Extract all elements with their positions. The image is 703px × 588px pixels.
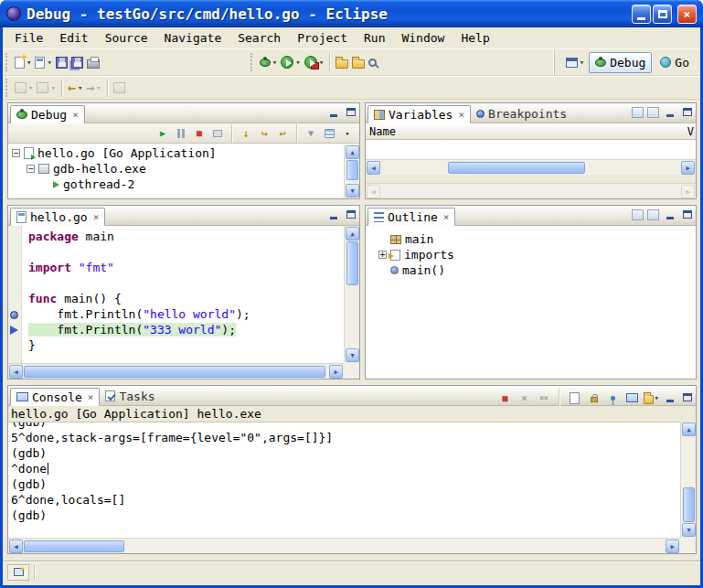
minimize-view-button[interactable]	[663, 208, 676, 221]
dropdown-arrow-icon[interactable]: ▾	[295, 58, 300, 67]
column-name[interactable]: Name	[369, 125, 396, 138]
ruler-line[interactable]	[8, 261, 21, 276]
toolbar-gripper[interactable]	[5, 79, 9, 97]
open-type-button[interactable]	[350, 51, 367, 73]
terminate-button[interactable]: ■	[497, 390, 513, 405]
dropdown-arrow-icon[interactable]: ▾	[580, 58, 584, 67]
scroll-up-icon[interactable]: ▲	[682, 422, 696, 436]
scroll-left-icon[interactable]: ◀	[9, 540, 23, 553]
scroll-lock-button[interactable]	[586, 390, 602, 405]
step-into-button[interactable]: ↓	[238, 126, 254, 141]
pin-console-button[interactable]	[605, 390, 621, 405]
menu-item-source[interactable]: Source	[97, 29, 156, 47]
outline-item[interactable]: main	[378, 231, 696, 247]
menu-item-search[interactable]: Search	[229, 29, 289, 47]
close-icon[interactable]: ×	[86, 391, 94, 403]
instruction-pointer-marker[interactable]	[8, 323, 21, 338]
scroll-right-icon[interactable]: ▶	[681, 161, 695, 175]
outline-item[interactable]: main()	[378, 262, 696, 278]
show-type-names-icon[interactable]	[632, 107, 644, 118]
open-console-button[interactable]: ▾	[644, 390, 659, 405]
debug-tree-item[interactable]: −hello.go [Go Application]	[9, 145, 344, 161]
debug-tree-item[interactable]: gothread-2	[9, 176, 344, 192]
maximize-view-button[interactable]	[344, 208, 357, 221]
dropdown-arrow-icon[interactable]: ▾	[47, 58, 51, 67]
collapse-icon[interactable]: −	[27, 165, 35, 173]
maximize-view-button[interactable]	[680, 208, 694, 221]
new-element-button[interactable]: ▾	[33, 51, 53, 73]
step-return-button[interactable]: ↩	[274, 126, 291, 141]
scrollbar-thumb[interactable]	[24, 366, 325, 378]
menu-item-run[interactable]: Run	[356, 29, 393, 47]
remove-all-launches-button[interactable]: ××	[536, 390, 551, 405]
code-line[interactable]	[28, 245, 344, 261]
maximize-button[interactable]	[653, 5, 672, 24]
variables-content[interactable]	[366, 140, 696, 159]
step-over-button[interactable]: ↪	[256, 126, 272, 141]
debug-launch-button[interactable]: ▾	[258, 51, 279, 73]
display-selected-console-button[interactable]	[624, 390, 640, 405]
forward-button[interactable]: →▾	[84, 77, 102, 99]
debug-view-menu-button[interactable]: ▾	[339, 126, 356, 141]
console-horizontal-scrollbar[interactable]: ◀ ▶	[8, 538, 680, 553]
code-line[interactable]: fmt.Println("333 world");	[28, 323, 344, 338]
tab-breakpoints[interactable]: Breakpoints	[471, 104, 572, 123]
terminate-button[interactable]: ■	[191, 126, 208, 141]
ruler-line[interactable]	[8, 292, 21, 307]
menu-item-navigate[interactable]: Navigate	[156, 29, 230, 47]
resume-button[interactable]: ▶	[154, 126, 171, 141]
scrollbar-thumb[interactable]	[346, 241, 358, 285]
maximize-view-button[interactable]	[680, 391, 694, 404]
sort-icon[interactable]	[632, 209, 644, 220]
scrollbar-thumb[interactable]	[683, 487, 695, 522]
titlebar[interactable]: Debug - testGo/src/cmd/hello.go - Eclips…	[0, 0, 703, 27]
tab-outline[interactable]: Outline ×	[367, 208, 455, 226]
editor-vertical-scrollbar[interactable]: ▲ ▼	[344, 226, 359, 363]
next-annotation-button[interactable]: ▾	[13, 77, 35, 99]
tab-hello-go[interactable]: hello.go ×	[10, 208, 105, 226]
minimize-button[interactable]	[632, 5, 651, 24]
tab-tasks[interactable]: Tasks	[100, 387, 160, 405]
search-button[interactable]	[367, 51, 378, 73]
column-value[interactable]: V	[687, 125, 694, 138]
scroll-right-icon[interactable]: ▶	[666, 540, 679, 553]
tab-variables[interactable]: Variables ×	[367, 105, 471, 123]
menu-item-help[interactable]: Help	[453, 29, 497, 47]
suspend-button[interactable]	[173, 126, 189, 141]
ruler-line[interactable]	[8, 245, 21, 261]
back-button[interactable]: ←▾	[66, 77, 84, 99]
toolbar-gripper[interactable]	[5, 53, 9, 71]
dropdown-arrow-icon[interactable]: ▾	[28, 83, 33, 92]
scroll-down-icon[interactable]: ▼	[346, 184, 359, 198]
run-launch-button[interactable]: ▾	[279, 51, 302, 73]
minimize-view-button[interactable]	[326, 106, 340, 119]
remove-launch-button[interactable]: ×	[517, 390, 532, 405]
editor-ruler[interactable]	[8, 226, 22, 363]
menu-item-window[interactable]: Window	[393, 29, 453, 47]
close-icon[interactable]: ×	[456, 109, 464, 121]
scroll-right-icon[interactable]: ▶	[681, 185, 695, 198]
dropdown-arrow-icon[interactable]: ▾	[655, 393, 659, 402]
scroll-up-icon[interactable]: ▲	[346, 227, 359, 241]
code-line[interactable]: func main() {	[28, 292, 344, 307]
menu-item-edit[interactable]: Edit	[51, 29, 96, 47]
last-edit-location-button[interactable]	[112, 77, 127, 99]
hide-fields-icon[interactable]	[647, 209, 659, 220]
collapse-all-icon[interactable]	[647, 107, 659, 118]
code-line[interactable]	[28, 276, 344, 292]
open-resource-button[interactable]	[334, 51, 350, 73]
variables-horizontal-scrollbar[interactable]: ◀ ▶	[366, 159, 696, 175]
ruler-line[interactable]	[8, 276, 21, 292]
minimize-view-button[interactable]	[663, 391, 676, 404]
fast-view-button[interactable]	[7, 564, 29, 581]
scrollbar-thumb[interactable]	[24, 540, 124, 552]
menu-item-project[interactable]: Project	[289, 29, 356, 47]
scroll-down-icon[interactable]: ▼	[346, 348, 359, 362]
outline-item[interactable]: +imports	[378, 247, 696, 262]
code-line[interactable]: package main	[28, 230, 344, 245]
dropdown-arrow-icon[interactable]: ▾	[319, 58, 324, 67]
tab-console[interactable]: Console ×	[10, 388, 100, 406]
editor-horizontal-scrollbar[interactable]: ◀ ▶	[8, 363, 344, 379]
save-all-button[interactable]	[69, 51, 85, 73]
scroll-right-icon[interactable]: ▶	[329, 365, 343, 379]
